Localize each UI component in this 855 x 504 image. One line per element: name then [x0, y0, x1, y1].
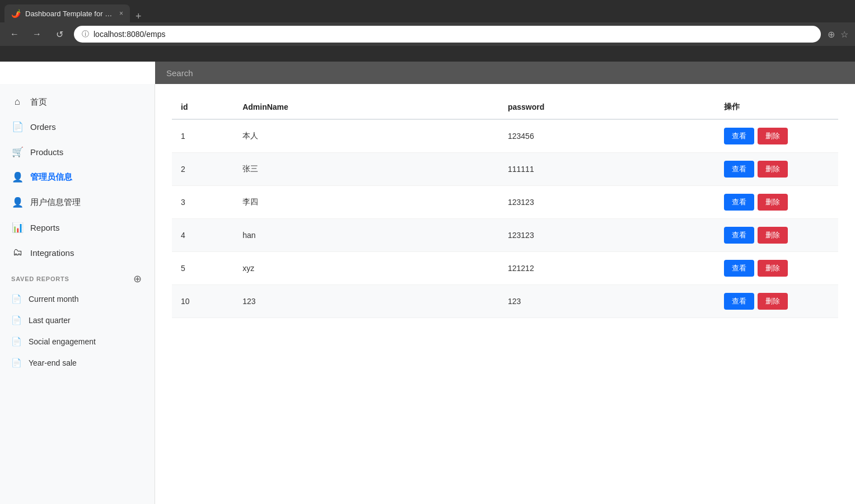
table-row: 4han123123查看删除: [172, 219, 838, 252]
reload-button[interactable]: ↺: [52, 26, 67, 42]
cell-id: 2: [172, 153, 233, 186]
new-tab-button[interactable]: +: [130, 11, 147, 22]
cell-id: 1: [172, 119, 233, 153]
table-row: 2张三111111查看删除: [172, 153, 838, 186]
delete-button[interactable]: 删除: [758, 161, 788, 178]
integrations-icon: 🗂: [11, 247, 24, 258]
address-info-icon: ⓘ: [82, 29, 89, 39]
cell-adminname: han: [233, 219, 499, 252]
nav-bar: ← → ↺ ⓘ localhost:8080/emps ⊕ ☆: [0, 22, 855, 46]
cell-action: 查看删除: [715, 285, 838, 318]
saved-reports-section: SAVED REPORTS ⊕: [0, 265, 155, 288]
table-body: 1本人123456查看删除2张三111111查看删除3李四123123查看删除4…: [172, 119, 838, 318]
table-row: 5xyz121212查看删除: [172, 252, 838, 285]
tab-bar: 🌶️ Dashboard Template for Bootstr... × +: [0, 0, 855, 22]
admin-info-icon: 👤: [11, 171, 24, 183]
delete-button[interactable]: 删除: [758, 194, 788, 211]
app-layout: ⌂ 首页 📄 Orders 🛒 Products 👤 管理员信息 👤 用户信息管…: [0, 84, 855, 504]
current-month-label: Current month: [29, 295, 78, 304]
view-button[interactable]: 查看: [724, 260, 754, 277]
table-row: 1本人123456查看删除: [172, 119, 838, 153]
tab-close-icon[interactable]: ×: [119, 10, 123, 17]
table-row: 3李四123123查看删除: [172, 186, 838, 219]
sidebar-nav: ⌂ 首页 📄 Orders 🛒 Products 👤 管理员信息 👤 用户信息管…: [0, 90, 155, 265]
sidebar-item-products[interactable]: 🛒 Products: [0, 139, 155, 165]
orders-icon: 📄: [11, 121, 24, 133]
cell-password: 123123: [499, 219, 715, 252]
cell-action: 查看删除: [715, 153, 838, 186]
sidebar-report-last-quarter[interactable]: 📄 Last quarter: [0, 310, 155, 331]
table-header: id AdminName password 操作: [172, 95, 838, 119]
view-button[interactable]: 查看: [724, 293, 754, 310]
search-placeholder[interactable]: Search: [166, 68, 193, 78]
col-header-password: password: [499, 95, 715, 119]
sidebar-item-home[interactable]: ⌂ 首页: [0, 90, 155, 114]
saved-reports-title: SAVED REPORTS: [11, 276, 69, 282]
sidebar: ⌂ 首页 📄 Orders 🛒 Products 👤 管理员信息 👤 用户信息管…: [0, 84, 155, 504]
year-end-sale-icon: 📄: [11, 358, 22, 368]
sidebar-item-orders-label: Orders: [30, 122, 56, 132]
tab-title: Dashboard Template for Bootstr...: [25, 10, 115, 18]
cell-adminname: xyz: [233, 252, 499, 285]
forward-button[interactable]: →: [29, 26, 45, 42]
cell-password: 121212: [499, 252, 715, 285]
favorite-icon[interactable]: ☆: [840, 29, 848, 40]
current-month-icon: 📄: [11, 294, 22, 304]
view-button[interactable]: 查看: [724, 161, 754, 178]
delete-button[interactable]: 删除: [758, 227, 788, 244]
year-end-sale-label: Year-end sale: [29, 358, 77, 367]
nav-right-icons: ⊕ ☆: [828, 29, 848, 40]
sidebar-item-user-mgmt[interactable]: 👤 用户信息管理: [0, 190, 155, 215]
sidebar-item-reports-label: Reports: [30, 223, 60, 232]
cell-action: 查看删除: [715, 252, 838, 285]
search-bar: Search: [155, 62, 855, 84]
sidebar-item-reports[interactable]: 📊 Reports: [0, 215, 155, 240]
sidebar-item-user-mgmt-label: 用户信息管理: [30, 197, 81, 208]
sidebar-report-year-end-sale[interactable]: 📄 Year-end sale: [0, 352, 155, 374]
tab-favicon-icon: 🌶️: [11, 9, 21, 18]
cell-password: 123: [499, 285, 715, 318]
view-button[interactable]: 查看: [724, 194, 754, 211]
col-header-action: 操作: [715, 95, 838, 119]
cell-id: 5: [172, 252, 233, 285]
view-button[interactable]: 查看: [724, 128, 754, 144]
back-button[interactable]: ←: [7, 26, 22, 42]
sidebar-item-admin-info-label: 管理员信息: [30, 172, 72, 183]
cell-id: 10: [172, 285, 233, 318]
add-report-button[interactable]: ⊕: [131, 273, 143, 285]
cell-adminname: 张三: [233, 153, 499, 186]
cell-id: 3: [172, 186, 233, 219]
cell-password: 123456: [499, 119, 715, 153]
sidebar-item-home-label: 首页: [30, 97, 47, 108]
sidebar-item-admin-info[interactable]: 👤 管理员信息: [0, 165, 155, 190]
cell-adminname: 123: [233, 285, 499, 318]
cell-action: 查看删除: [715, 186, 838, 219]
delete-button[interactable]: 删除: [758, 260, 788, 277]
social-engagement-icon: 📄: [11, 337, 22, 347]
address-url: localhost:8080/emps: [94, 30, 165, 39]
cell-adminname: 本人: [233, 119, 499, 153]
browser-chrome: 🌶️ Dashboard Template for Bootstr... × +…: [0, 0, 855, 62]
admin-table: id AdminName password 操作 1本人123456查看删除2张…: [172, 95, 838, 318]
delete-button[interactable]: 删除: [758, 293, 788, 310]
cell-adminname: 李四: [233, 186, 499, 219]
cell-password: 123123: [499, 186, 715, 219]
social-engagement-label: Social engagement: [29, 337, 96, 346]
cell-password: 111111: [499, 153, 715, 186]
cell-action: 查看删除: [715, 219, 838, 252]
sidebar-item-orders[interactable]: 📄 Orders: [0, 114, 155, 139]
cell-action: 查看删除: [715, 119, 838, 153]
delete-button[interactable]: 删除: [758, 128, 788, 144]
cell-id: 4: [172, 219, 233, 252]
reports-icon: 📊: [11, 222, 24, 234]
address-bar[interactable]: ⓘ localhost:8080/emps: [74, 26, 821, 43]
sidebar-report-current-month[interactable]: 📄 Current month: [0, 288, 155, 310]
sidebar-report-social-engagement[interactable]: 📄 Social engagement: [0, 331, 155, 352]
view-button[interactable]: 查看: [724, 227, 754, 244]
home-icon: ⌂: [11, 96, 24, 108]
table-header-row: id AdminName password 操作: [172, 95, 838, 119]
zoom-icon[interactable]: ⊕: [828, 29, 835, 40]
last-quarter-icon: 📄: [11, 315, 22, 325]
sidebar-item-integrations[interactable]: 🗂 Integrations: [0, 240, 155, 265]
browser-tab[interactable]: 🌶️ Dashboard Template for Bootstr... ×: [4, 4, 130, 22]
